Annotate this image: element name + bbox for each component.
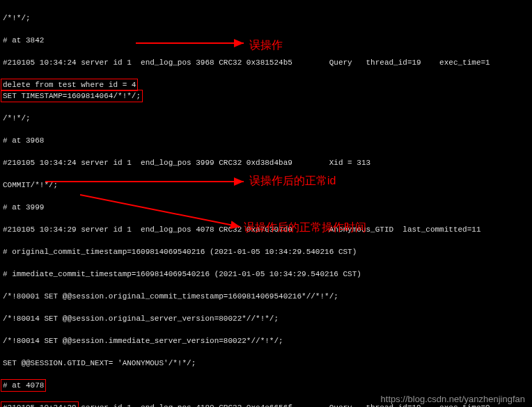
log-line: # at 3999 xyxy=(3,202,529,213)
log-line: # immediate_commit_timestamp=16098140695… xyxy=(3,269,529,280)
highlight-at-4078: # at 4078 xyxy=(1,379,46,392)
log-line: /*!80001 SET @@session.original_commit_t… xyxy=(3,291,529,302)
watermark-text: https://blog.csdn.net/yanzhenjingfan xyxy=(381,394,525,404)
annotation-misop: 误操作 xyxy=(249,38,283,53)
log-line: SET @@SESSION.GTID_NEXT= 'ANONYMOUS'/*!*… xyxy=(3,358,529,369)
log-line-at4078: # at 4078 xyxy=(3,380,529,391)
log-line: # original_commit_timestamp=160981406954… xyxy=(3,246,529,257)
log-line: /*!*/; xyxy=(3,113,529,124)
log-line-delete: delete from test where id = 4 SET TIMEST… xyxy=(3,79,529,102)
log-line: #210105 10:34:24 server id 1 end_log_pos… xyxy=(3,157,529,168)
log-line: /*!80014 SET @@session.original_server_v… xyxy=(3,313,529,324)
annotation-normal-id: 误操作后的正常id xyxy=(249,174,336,189)
highlight-set-ts: SET TIMESTAMP=1609814064/*!*/; xyxy=(1,90,143,102)
log-line: /*!*/; xyxy=(3,13,529,24)
log-line: # at 3968 xyxy=(3,135,529,146)
annotation-normal-time: 误操作后的正常操作时间 xyxy=(244,221,366,235)
log-line: /*!80014 SET @@session.immediate_server_… xyxy=(3,335,529,346)
highlight-timestamp: #210105 10:34:29 xyxy=(1,401,79,407)
terminal-output: /*!*/; # at 3842 #210105 10:34:24 server… xyxy=(0,0,532,407)
log-line: #210105 10:34:24 server id 1 end_log_pos… xyxy=(3,57,529,68)
